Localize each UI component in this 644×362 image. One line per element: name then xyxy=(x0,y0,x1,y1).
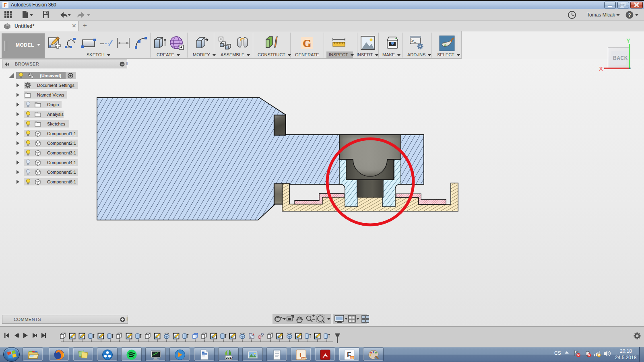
svg-text:Tomas Mlcak: Tomas Mlcak xyxy=(587,12,615,18)
svg-text:?: ? xyxy=(628,12,631,18)
svg-text:Y: Y xyxy=(626,37,630,44)
svg-text:G: G xyxy=(303,37,312,49)
svg-text:>_: >_ xyxy=(411,39,417,43)
svg-text:X: X xyxy=(599,65,603,72)
